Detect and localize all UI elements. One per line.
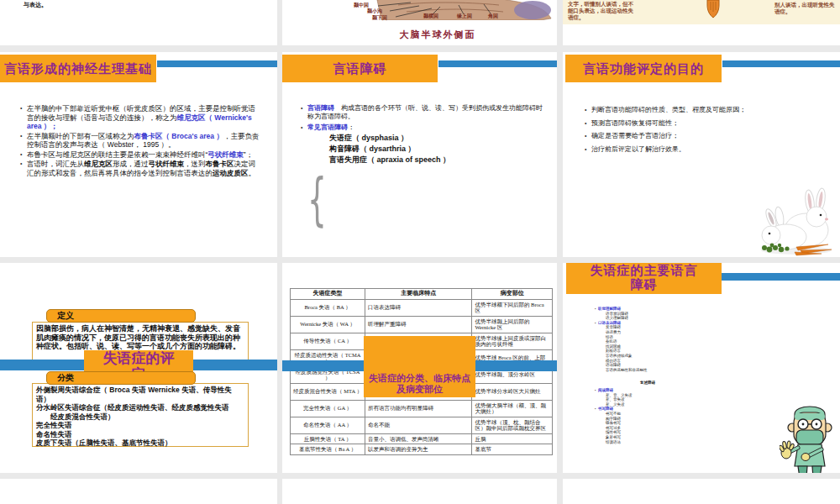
slide-r1c1-bottom-fragment[interactable]: 与表达。 — [0, 0, 277, 45]
purpose-text: 治疗前后评定以了解治疗效果。 — [591, 145, 811, 155]
cell-lesion-site: 基底节 — [472, 444, 553, 455]
heading-text: 常见言语障碍： — [307, 123, 543, 133]
cell-aphasia-type: Broca 失语（ BA ） — [291, 299, 365, 316]
definition-label-tag: 定义 — [46, 309, 196, 323]
intro-bullet: • 言语障碍 构成言语的各个环节（听、说、读、写）受到损伤或发生功能障碍时称为言… — [301, 104, 543, 121]
cell-clinical-feature: 听理解严重障碍 — [365, 316, 471, 333]
title-accent-strip — [722, 60, 840, 67]
cell-aphasia-type: 基底节性失语（ Ba A ） — [291, 444, 365, 455]
purpose-text: 预测言语障碍恢复得可能性； — [591, 119, 811, 129]
brain-label-supramarginal: 缘上回 — [457, 13, 472, 20]
slide-title: 失语症的主要语言障碍 — [585, 263, 703, 291]
table-row: 基底节性失语（ Ba A ） 以发声和语调的变异为主 基底节 — [291, 444, 553, 455]
table-row: Broca 失语（ BA ） 口语表达障碍 优势半球额下回后部的 Broca 区 — [291, 299, 553, 316]
cell-aphasia-type: 经皮质混合性失语（ MTA ） — [291, 383, 365, 400]
cell-clinical-feature: 所有语言功能均有明显障碍 — [365, 400, 471, 417]
slide-r4c2-top-fragment[interactable] — [282, 479, 557, 504]
slide-r1c3-bottom-fragment[interactable]: 文字，听懂别人谈话，但不能口头表达，出现运动性失语症。 别人谈话，出现听觉性失语… — [563, 0, 840, 45]
bullet-marker: • — [585, 132, 591, 141]
cell-lesion-site: 优势半球颞上回后部的 Wernicke 区 — [472, 316, 553, 333]
slide-main-language-impairments[interactable]: 失语症的主要语言障碍 • 听觉理解障碍 语音辨识障碍 语义理解障碍 — [563, 263, 840, 473]
pointing-hand-illustration — [702, 0, 724, 22]
classification-box: 外侧裂周失语综合症（ Broca 失语 Wernicke 失语、传导性失语）分水… — [32, 383, 249, 447]
bullet-marker: • — [301, 104, 307, 121]
disorder-type: 失语症（ dysphasia ） — [329, 133, 450, 144]
bullet-marker: • — [20, 160, 27, 177]
curly-brace-decoration: { — [307, 166, 327, 232]
brain-diagram-caption: 大脑半球外侧面 — [370, 29, 505, 41]
disorder-type: 构音障碍（ dysarthria ） — [329, 144, 450, 155]
cell-aphasia-type: 完全性失语（ GA ） — [291, 400, 365, 417]
table-header-row: 失语症类型 主要临床特点 病变部位 — [291, 289, 553, 300]
floating-title: 失语症的分类、临床特点及病变部位 — [368, 373, 471, 395]
purpose-item: • 预测言语障碍恢复得可能性； — [585, 119, 811, 129]
slide-neural-basis-of-speech[interactable]: 言语形成的神经生理基础 • 左半脑的中下部靠近听觉中枢（听觉皮质区）的区域，主要… — [0, 52, 277, 257]
title-accent-strip — [157, 60, 277, 67]
impairment-item: 言语的流畅性和非流畅性 — [595, 368, 648, 373]
classification-line: 经皮质混合性失语） — [36, 412, 244, 422]
column-header-lesion: 病变部位 — [472, 289, 553, 300]
classification-line: 皮质下失语（丘脑性失语、基底节性失语） — [36, 438, 244, 448]
slide-evaluation-purpose[interactable]: 言语功能评定的目的 • 判断言语功能障碍的性质、类型、程度及可能原因； • 预测… — [563, 52, 840, 257]
surgeon-cartoon — [780, 401, 840, 473]
classification-line: 完全性失语 — [36, 421, 244, 430]
slide-title-banner: 失语症的主要语言障碍 — [566, 263, 722, 294]
impairment-text: 言语的流畅性和非流畅性 — [606, 368, 648, 373]
slide-r4c3-top-fragment[interactable] — [563, 479, 840, 504]
bullet-text: 言语时，词汇先从维尼克区形成，通过弓状纤维束，送到布鲁卡区决定词汇的形式和发音，… — [27, 160, 260, 177]
bullet-list: • 左半脑的中下部靠近听觉中枢（听觉皮质区）的区域，主要是控制听觉语言的接收与理… — [20, 104, 260, 178]
repetition-impairment: 复述障碍 — [640, 381, 655, 385]
slide-title: 言语形成的神经生理基础 — [4, 61, 152, 76]
table-row: 丘脑性失语（ TA ） 音量小、语调低、发声尚清晰 丘脑 — [291, 433, 553, 444]
bullet-marker: • — [585, 106, 591, 115]
slide-speech-disorders[interactable]: 言语障碍 • 言语障碍 构成言语的各个环节（听、说、读、写）受到损伤或发生功能障… — [282, 52, 557, 257]
slide-title: 言语功能评定的目的 — [583, 61, 704, 76]
disorder-type-list: 失语症（ dysphasia ）构音障碍（ dysarthria ）言语失用症（… — [329, 133, 450, 165]
cell-clinical-feature: 口语表达障碍 — [365, 299, 471, 316]
bullet-item: • 左半脑额叶的下部有一区域称之为布鲁卡区（ Broca's area ），主要… — [20, 132, 260, 150]
cell-clinical-feature: 音量小、语调低、发声尚清晰 — [365, 433, 471, 444]
slide-aphasia-classification-table[interactable]: 失语症类型 主要临床特点 病变部位 Broca 失语（ BA ） 口语表达障碍 … — [282, 263, 557, 473]
bullet-text: 左半脑额叶的下部有一区域称之为布鲁卡区（ Broca's area ），主要负责… — [27, 132, 260, 150]
floating-title-box: 失语症的分类、临床特点及病变部位 — [364, 336, 475, 397]
bullet-text: 左半脑的中下部靠近听觉中枢（听觉皮质区）的区域，主要是控制听觉语言的接收与理解（… — [27, 104, 260, 131]
column-header-type: 失语症类型 — [291, 289, 365, 300]
bullet-marker: • — [301, 123, 307, 133]
bullet-marker: • — [20, 150, 27, 160]
classification-line: 命名性失语 — [36, 430, 244, 439]
bullet-marker: • — [585, 145, 591, 155]
bullet-marker: • — [20, 104, 27, 131]
bullet-text: 布鲁卡区与维尼克区的联结主要是依赖一束束神经纤维叫“弓状纤维束”； — [27, 150, 260, 160]
table-row: 命名性失语（ AA ） 命名不能 优势半球（顶、枕、颞结合区）颞中回后部或颞枕交… — [291, 417, 553, 433]
impairment-text: 错误语法 — [606, 440, 621, 445]
impairment-list-upper: • 听觉理解障碍 语音辨识障碍 语义理解障碍 • 口语表达障碍 — [595, 307, 648, 372]
cell-lesion-site: 优势半球额下回后部的 Broca 区 — [472, 299, 553, 316]
bullet-item: • 左半脑的中下部靠近听觉中枢（听觉皮质区）的区域，主要是控制听觉语言的接收与理… — [20, 104, 260, 131]
cell-aphasia-type: 丘脑性失语（ TA ） — [291, 433, 365, 444]
bullet-item: • 布鲁卡区与维尼克区的联结主要是依赖一束束神经纤维叫“弓状纤维束”； — [20, 150, 260, 160]
table-row: Wernicke 失语（ WA ） 听理解严重障碍 优势半球颞上回后部的 Wer… — [291, 316, 553, 333]
title-accent-strip — [722, 273, 840, 281]
heading-bullet: • 常见言语障碍： — [301, 123, 543, 133]
slide-r4c1-top-fragment[interactable] — [0, 479, 277, 504]
classification-line: 分水岭区失语综合征（经皮质运动性失语、经皮质感觉性失语 — [36, 403, 244, 412]
cell-aphasia-type: 命名性失语（ AA ） — [291, 417, 365, 433]
intro-block: • 言语障碍 构成言语的各个环节（听、说、读、写）受到损伤或发生功能障碍时称为言… — [301, 104, 543, 134]
slide-title-banner: 言语障碍 — [282, 55, 438, 82]
cell-lesion-site: 丘脑 — [472, 433, 553, 444]
slide-aphasia-evaluation[interactable]: 因脑部损伤，病人在神智清楚，无精神衰退、感觉缺失、发音肌肉瘫痪的情况下，使原已习… — [0, 263, 277, 473]
cell-clinical-feature: 命名不能 — [365, 417, 471, 433]
brain-label-angular: 角回 — [488, 13, 498, 20]
purpose-text: 确定是否需要给予言语治疗； — [591, 132, 811, 141]
cell-lesion-site: 优势半球分水岭区大片病灶 — [472, 383, 553, 400]
bullet-item: • 言语时，词汇先从维尼克区形成，通过弓状纤维束，送到布鲁卡区决定词汇的形式和发… — [20, 160, 260, 177]
brain-label-temporal-transverse: 颞横回 — [423, 13, 438, 20]
slide-title-banner: 言语功能评定的目的 — [565, 55, 722, 82]
classification-line: 外侧裂周失语综合症（ Broca 失语 Wernicke 失语、传导性失语） — [36, 386, 244, 403]
purpose-item: • 治疗前后评定以了解治疗效果。 — [585, 145, 811, 155]
slide-r1c2-brain-diagram[interactable]: 颞中回 颞小沟 颞下回 颞横回 缘上回 角回 大脑半球外侧面 — [282, 0, 557, 45]
rabbits-photo — [754, 186, 838, 257]
bullet-marker: • — [585, 119, 591, 129]
purpose-list: • 判断言语功能障碍的性质、类型、程度及可能原因； • 预测言语障碍恢复得可能性… — [585, 106, 811, 158]
text-fragment: 与表达。 — [24, 1, 47, 9]
